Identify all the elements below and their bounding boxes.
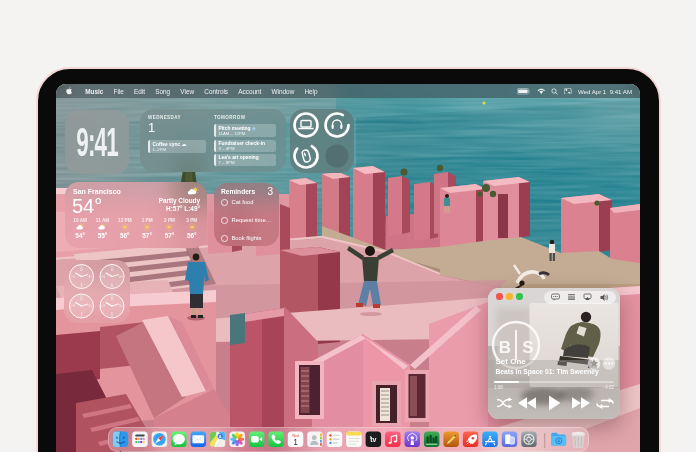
svg-text:S: S xyxy=(522,338,533,357)
svg-text:1: 1 xyxy=(293,437,298,447)
svg-text:−4:02: −4:02 xyxy=(603,385,615,390)
svg-text:Set One: Set One xyxy=(496,357,527,366)
svg-text:tv: tv xyxy=(370,436,376,443)
svg-text:B: B xyxy=(499,338,511,357)
svg-text:12: 12 xyxy=(80,268,84,272)
svg-text:Beats In Space 01: Tim Sweeney: Beats In Space 01: Tim Sweeney xyxy=(496,368,599,376)
svg-text:A: A xyxy=(219,435,222,439)
svg-text:1:08: 1:08 xyxy=(494,385,503,390)
